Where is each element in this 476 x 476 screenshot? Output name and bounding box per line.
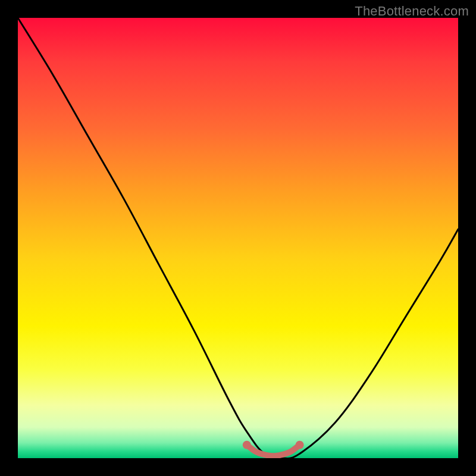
highlight-dot-left <box>243 441 251 449</box>
curve-svg <box>18 18 458 458</box>
highlight-dot-right <box>296 441 304 449</box>
plot-area <box>18 18 458 458</box>
chart-frame: TheBottleneck.com <box>0 0 476 476</box>
bottleneck-curve-path <box>18 18 458 458</box>
highlight-segment-path <box>247 445 300 456</box>
watermark-text: TheBottleneck.com <box>355 4 469 19</box>
